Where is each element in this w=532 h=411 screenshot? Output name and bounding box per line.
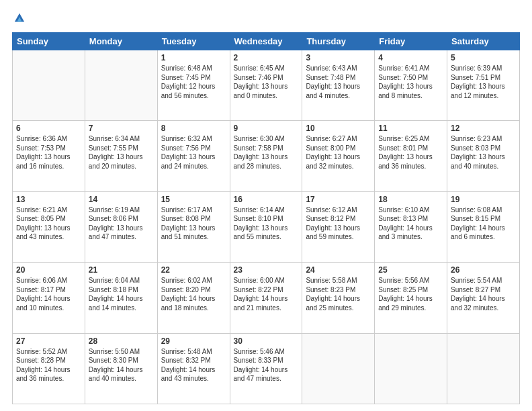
header-tuesday: Tuesday (157, 33, 230, 50)
day-info: Sunrise: 6:21 AM Sunset: 8:05 PM Dayligh… (16, 205, 81, 242)
day-number: 19 (451, 195, 516, 204)
day-number: 4 (378, 53, 443, 62)
day-number: 13 (16, 195, 81, 204)
day-info: Sunrise: 6:17 AM Sunset: 8:08 PM Dayligh… (161, 205, 226, 242)
day-info: Sunrise: 6:32 AM Sunset: 7:56 PM Dayligh… (161, 134, 226, 171)
calendar-cell: 25Sunrise: 5:56 AM Sunset: 8:25 PM Dayli… (375, 263, 447, 333)
day-number: 20 (16, 265, 81, 275)
day-info: Sunrise: 5:48 AM Sunset: 8:32 PM Dayligh… (161, 347, 226, 383)
calendar-cell: 20Sunrise: 6:06 AM Sunset: 8:17 PM Dayli… (13, 263, 85, 333)
calendar-cell: 21Sunrise: 6:04 AM Sunset: 8:18 PM Dayli… (85, 263, 157, 333)
calendar-cell (13, 50, 85, 121)
calendar-cell: 13Sunrise: 6:21 AM Sunset: 8:05 PM Dayli… (13, 191, 85, 262)
day-number: 7 (89, 124, 154, 133)
day-number: 22 (161, 265, 226, 275)
calendar-cell: 3Sunrise: 6:43 AM Sunset: 7:48 PM Daylig… (302, 50, 375, 121)
day-number: 23 (234, 265, 299, 275)
calendar-cell: 7Sunrise: 6:34 AM Sunset: 7:55 PM Daylig… (85, 121, 157, 191)
calendar-cell: 27Sunrise: 5:52 AM Sunset: 8:28 PM Dayli… (13, 333, 85, 404)
day-info: Sunrise: 5:50 AM Sunset: 8:30 PM Dayligh… (89, 347, 154, 383)
calendar-cell: 26Sunrise: 5:54 AM Sunset: 8:27 PM Dayli… (447, 263, 520, 333)
calendar-cell: 28Sunrise: 5:50 AM Sunset: 8:30 PM Dayli… (85, 333, 157, 404)
calendar-cell: 19Sunrise: 6:08 AM Sunset: 8:15 PM Dayli… (447, 191, 520, 262)
day-number: 17 (306, 195, 371, 204)
calendar-cell: 5Sunrise: 6:39 AM Sunset: 7:51 PM Daylig… (447, 50, 520, 121)
day-number: 26 (451, 265, 516, 275)
day-number: 16 (234, 195, 299, 204)
day-number: 1 (161, 53, 226, 62)
calendar-cell: 12Sunrise: 6:23 AM Sunset: 8:03 PM Dayli… (447, 121, 520, 191)
day-info: Sunrise: 6:34 AM Sunset: 7:55 PM Dayligh… (89, 134, 154, 171)
day-info: Sunrise: 5:46 AM Sunset: 8:33 PM Dayligh… (234, 347, 299, 383)
day-info: Sunrise: 5:54 AM Sunset: 8:27 PM Dayligh… (451, 276, 516, 312)
day-number: 8 (161, 124, 226, 133)
header-saturday: Saturday (447, 33, 520, 50)
day-number: 28 (89, 336, 154, 346)
day-number: 11 (378, 124, 443, 133)
calendar-cell (302, 333, 375, 404)
calendar-cell: 8Sunrise: 6:32 AM Sunset: 7:56 PM Daylig… (157, 121, 230, 191)
day-number: 25 (378, 265, 443, 275)
day-info: Sunrise: 6:08 AM Sunset: 8:15 PM Dayligh… (451, 205, 516, 242)
day-info: Sunrise: 6:39 AM Sunset: 7:51 PM Dayligh… (451, 64, 516, 100)
header (12, 12, 520, 26)
day-number: 24 (306, 265, 371, 275)
weekday-header-row: Sunday Monday Tuesday Wednesday Thursday… (13, 33, 520, 50)
day-number: 14 (89, 195, 154, 204)
header-sunday: Sunday (13, 33, 85, 50)
day-number: 6 (16, 124, 81, 133)
day-info: Sunrise: 6:23 AM Sunset: 8:03 PM Dayligh… (451, 134, 516, 171)
day-info: Sunrise: 6:36 AM Sunset: 7:53 PM Dayligh… (16, 134, 81, 171)
calendar-cell: 11Sunrise: 6:25 AM Sunset: 8:01 PM Dayli… (375, 121, 447, 191)
day-info: Sunrise: 6:04 AM Sunset: 8:18 PM Dayligh… (89, 276, 154, 312)
page: Sunday Monday Tuesday Wednesday Thursday… (0, 0, 532, 411)
day-info: Sunrise: 6:25 AM Sunset: 8:01 PM Dayligh… (378, 134, 443, 171)
day-info: Sunrise: 6:14 AM Sunset: 8:10 PM Dayligh… (234, 205, 299, 242)
day-info: Sunrise: 6:10 AM Sunset: 8:13 PM Dayligh… (378, 205, 443, 242)
day-number: 3 (306, 53, 371, 62)
day-info: Sunrise: 5:56 AM Sunset: 8:25 PM Dayligh… (378, 276, 443, 312)
header-friday: Friday (375, 33, 447, 50)
calendar-cell: 10Sunrise: 6:27 AM Sunset: 8:00 PM Dayli… (302, 121, 375, 191)
calendar-cell: 15Sunrise: 6:17 AM Sunset: 8:08 PM Dayli… (157, 191, 230, 262)
day-info: Sunrise: 6:06 AM Sunset: 8:17 PM Dayligh… (16, 276, 81, 312)
header-thursday: Thursday (302, 33, 375, 50)
day-number: 27 (16, 336, 81, 346)
day-info: Sunrise: 6:12 AM Sunset: 8:12 PM Dayligh… (306, 205, 371, 242)
calendar-cell: 18Sunrise: 6:10 AM Sunset: 8:13 PM Dayli… (375, 191, 447, 262)
day-number: 5 (451, 53, 516, 62)
calendar-cell (85, 50, 157, 121)
day-info: Sunrise: 5:52 AM Sunset: 8:28 PM Dayligh… (16, 347, 81, 383)
calendar-cell: 14Sunrise: 6:19 AM Sunset: 8:06 PM Dayli… (85, 191, 157, 262)
day-info: Sunrise: 5:58 AM Sunset: 8:23 PM Dayligh… (306, 276, 371, 312)
calendar-cell: 24Sunrise: 5:58 AM Sunset: 8:23 PM Dayli… (302, 263, 375, 333)
day-number: 9 (234, 124, 299, 133)
day-number: 12 (451, 124, 516, 133)
day-info: Sunrise: 6:43 AM Sunset: 7:48 PM Dayligh… (306, 64, 371, 100)
day-info: Sunrise: 6:45 AM Sunset: 7:46 PM Dayligh… (234, 64, 299, 100)
day-number: 30 (234, 336, 299, 346)
logo-icon (13, 12, 26, 24)
day-number: 18 (378, 195, 443, 204)
calendar-cell: 2Sunrise: 6:45 AM Sunset: 7:46 PM Daylig… (230, 50, 302, 121)
calendar-cell: 29Sunrise: 5:48 AM Sunset: 8:32 PM Dayli… (157, 333, 230, 404)
calendar-cell (375, 333, 447, 404)
calendar-cell: 23Sunrise: 6:00 AM Sunset: 8:22 PM Dayli… (230, 263, 302, 333)
calendar-cell: 1Sunrise: 6:48 AM Sunset: 7:45 PM Daylig… (157, 50, 230, 121)
calendar-cell: 30Sunrise: 5:46 AM Sunset: 8:33 PM Dayli… (230, 333, 302, 404)
calendar-cell: 4Sunrise: 6:41 AM Sunset: 7:50 PM Daylig… (375, 50, 447, 121)
day-info: Sunrise: 6:48 AM Sunset: 7:45 PM Dayligh… (161, 64, 226, 100)
calendar-cell: 9Sunrise: 6:30 AM Sunset: 7:58 PM Daylig… (230, 121, 302, 191)
calendar-table: Sunday Monday Tuesday Wednesday Thursday… (12, 32, 520, 404)
calendar-cell: 16Sunrise: 6:14 AM Sunset: 8:10 PM Dayli… (230, 191, 302, 262)
calendar-cell: 6Sunrise: 6:36 AM Sunset: 7:53 PM Daylig… (13, 121, 85, 191)
day-number: 10 (306, 124, 371, 133)
day-info: Sunrise: 6:02 AM Sunset: 8:20 PM Dayligh… (161, 276, 226, 312)
day-number: 21 (89, 265, 154, 275)
header-monday: Monday (85, 33, 157, 50)
header-wednesday: Wednesday (230, 33, 302, 50)
day-info: Sunrise: 6:30 AM Sunset: 7:58 PM Dayligh… (234, 134, 299, 171)
calendar-cell: 17Sunrise: 6:12 AM Sunset: 8:12 PM Dayli… (302, 191, 375, 262)
calendar-cell: 22Sunrise: 6:02 AM Sunset: 8:20 PM Dayli… (157, 263, 230, 333)
day-info: Sunrise: 6:27 AM Sunset: 8:00 PM Dayligh… (306, 134, 371, 171)
